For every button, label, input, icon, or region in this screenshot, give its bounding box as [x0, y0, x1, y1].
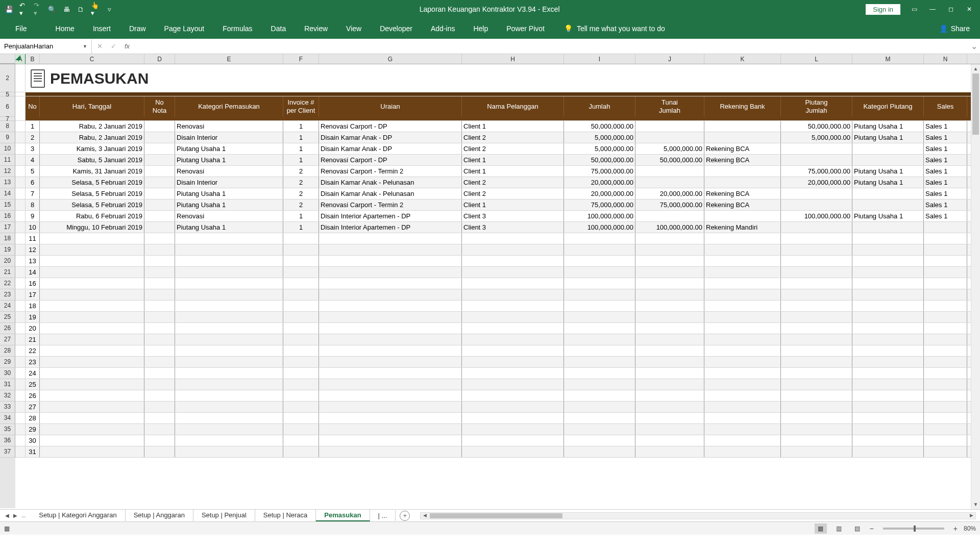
add-sheet-button[interactable]: +	[400, 511, 410, 521]
tab-draw[interactable]: Draw	[120, 19, 155, 38]
sheet-tab[interactable]: Pemasukan	[316, 510, 370, 521]
row-header[interactable]: 14	[0, 188, 15, 199]
col-header-L[interactable]: L	[781, 54, 852, 64]
print-preview-icon[interactable]: 🔍	[48, 5, 56, 13]
touch-mode-icon[interactable]: 👆▾	[91, 5, 99, 13]
col-header-E[interactable]: E	[175, 54, 283, 64]
tab-more-icon[interactable]: ...	[21, 513, 26, 518]
page-break-view-icon[interactable]: ▤	[851, 523, 864, 534]
table-row[interactable]: 27	[15, 402, 980, 413]
chevron-down-icon[interactable]: ▼	[83, 44, 87, 49]
table-row[interactable]: 13	[15, 256, 980, 267]
row-header[interactable]: 23	[0, 289, 15, 300]
row-header[interactable]: 34	[0, 413, 15, 424]
col-header-G[interactable]: G	[319, 54, 462, 64]
table-row[interactable]: 26	[15, 390, 980, 402]
row-header[interactable]: 36	[0, 435, 15, 446]
scroll-thumb[interactable]	[972, 73, 979, 135]
tab-developer[interactable]: Developer	[371, 19, 422, 38]
sheet-tab[interactable]: Setup | Neraca	[255, 510, 316, 521]
table-row[interactable]: 8Selasa, 5 Februari 2019Piutang Usaha 12…	[15, 199, 980, 211]
table-row[interactable]: 28	[15, 413, 980, 424]
table-row[interactable]: 7Selasa, 5 Februari 2019Piutang Usaha 12…	[15, 188, 980, 199]
table-row[interactable]: 11	[15, 233, 980, 244]
col-header-A[interactable]: A	[15, 54, 26, 64]
table-row[interactable]: 29	[15, 424, 980, 435]
table-row[interactable]: 20	[15, 323, 980, 334]
macro-record-icon[interactable]: ▦	[4, 525, 14, 532]
col-header-C[interactable]: C	[40, 54, 144, 64]
sheet-cells[interactable]: PEMASUKANNoHari, TanggalNoNotaKategori P…	[15, 64, 980, 508]
table-row[interactable]: 25	[15, 379, 980, 390]
row-header[interactable]: 15	[0, 199, 15, 211]
row-header[interactable]: 20	[0, 256, 15, 267]
tell-me-search[interactable]: 💡 Tell me what you want to do	[564, 24, 665, 33]
row-header[interactable]: 29	[0, 357, 15, 368]
table-row[interactable]: 12	[15, 244, 980, 256]
name-box[interactable]: PenjualanHarian ▼	[0, 39, 92, 54]
table-row[interactable]: 30	[15, 435, 980, 446]
maximize-icon[interactable]: ◻	[946, 5, 955, 14]
row-header[interactable]: 18	[0, 233, 15, 244]
col-header-H[interactable]: H	[462, 54, 564, 64]
row-header[interactable]: 31	[0, 379, 15, 390]
table-row[interactable]: 6Selasa, 5 Februari 2019Disain Interior2…	[15, 177, 980, 188]
scroll-down-icon[interactable]: ▼	[971, 500, 980, 509]
col-header-D[interactable]: D	[144, 54, 175, 64]
row-header[interactable]: 13	[0, 177, 15, 188]
col-header-F[interactable]: F	[283, 54, 319, 64]
tab-next-icon[interactable]: ▶	[13, 513, 17, 518]
enter-formula-icon[interactable]: ✓	[111, 42, 116, 50]
table-row[interactable]: 18	[15, 300, 980, 312]
zoom-level[interactable]: 80%	[964, 525, 976, 532]
qat-customize-icon[interactable]: ▿	[105, 5, 113, 13]
zoom-slider[interactable]	[883, 528, 944, 530]
table-row[interactable]: 3Kamis, 3 Januari 2019Piutang Usaha 11Di…	[15, 143, 980, 155]
row-header[interactable]: 33	[0, 402, 15, 413]
cancel-formula-icon[interactable]: ✕	[97, 42, 103, 50]
table-row[interactable]: 16	[15, 278, 980, 289]
table-row[interactable]: 22	[15, 345, 980, 357]
col-header-N[interactable]: N	[924, 54, 967, 64]
table-row[interactable]: 2Rabu, 2 Januari 2019Disain Interior1Dis…	[15, 132, 980, 143]
table-row[interactable]: 9Rabu, 6 Februari 2019Renovasi1Disain In…	[15, 211, 980, 222]
table-row[interactable]: 10Minggu, 10 Februari 2019Piutang Usaha …	[15, 222, 980, 233]
row-header[interactable]: 35	[0, 424, 15, 435]
new-file-icon[interactable]: 🗋	[77, 5, 85, 13]
tab-review[interactable]: Review	[295, 19, 337, 38]
tab-help[interactable]: Help	[464, 19, 497, 38]
row-header[interactable]: 8	[0, 121, 15, 132]
row-header[interactable]: 2	[0, 64, 15, 92]
tab-power-pivot[interactable]: Power Pivot	[497, 19, 554, 38]
tab-page-layout[interactable]: Page Layout	[155, 19, 214, 38]
col-header-J[interactable]: J	[635, 54, 704, 64]
fx-icon[interactable]: fx	[125, 42, 130, 50]
tab-home[interactable]: Home	[46, 19, 84, 38]
row-header[interactable]: 30	[0, 368, 15, 379]
row-header[interactable]: 27	[0, 334, 15, 345]
row-header[interactable]: 37	[0, 446, 15, 458]
table-row[interactable]: 1Rabu, 2 Januari 2019Renovasi1Renovasi C…	[15, 121, 980, 132]
row-header[interactable]: 21	[0, 267, 15, 278]
row-header[interactable]: 22	[0, 278, 15, 289]
table-row[interactable]: 19	[15, 312, 980, 323]
quick-print-icon[interactable]: 🖶	[62, 5, 70, 13]
tab-file[interactable]: File	[6, 19, 36, 38]
scroll-left-icon[interactable]: ◀	[421, 513, 429, 519]
horizontal-scrollbar[interactable]: ◀ ▶	[420, 512, 976, 519]
tab-overflow[interactable]: | ...	[370, 510, 396, 521]
save-icon[interactable]: 💾	[5, 5, 13, 13]
row-header[interactable]: 6	[0, 96, 15, 117]
tab-data[interactable]: Data	[262, 19, 296, 38]
ribbon-display-icon[interactable]: ▭	[910, 5, 919, 14]
tab-view[interactable]: View	[337, 19, 371, 38]
table-row[interactable]: 23	[15, 357, 980, 368]
table-row[interactable]: 21	[15, 334, 980, 345]
table-row[interactable]: 5Kamis, 31 Januari 2019Renovasi2Renovasi…	[15, 166, 980, 177]
row-header[interactable]: 9	[0, 132, 15, 143]
table-row[interactable]: 24	[15, 368, 980, 379]
col-header-M[interactable]: M	[852, 54, 924, 64]
expand-formula-bar-icon[interactable]: ⌄	[968, 41, 980, 51]
row-header[interactable]: 25	[0, 312, 15, 323]
close-icon[interactable]: ✕	[965, 5, 974, 14]
